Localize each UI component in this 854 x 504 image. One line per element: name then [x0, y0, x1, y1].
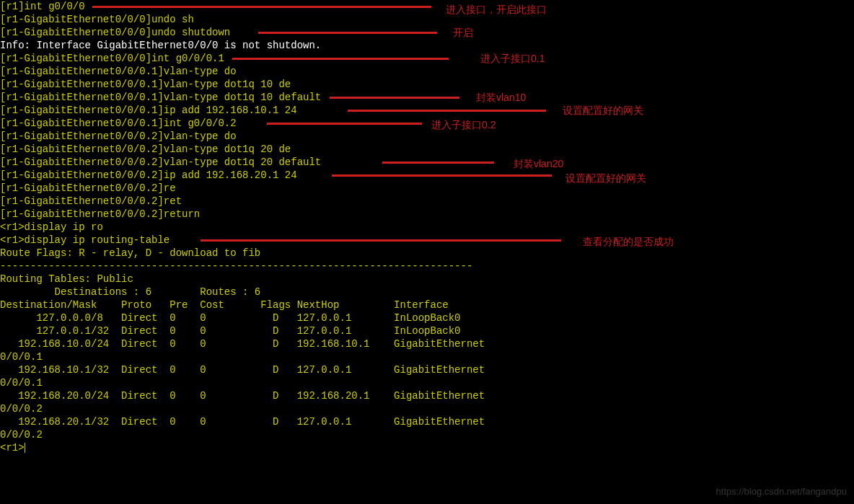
terminal-line: [r1-GigabitEthernet0/0/0.1]vlan-type do — [0, 65, 854, 78]
watermark: https://blog.csdn.net/fangandpu — [716, 485, 847, 498]
terminal-line: Destinations : 6 Routes : 6 — [0, 286, 854, 299]
cursor-icon — [25, 443, 25, 453]
annotation-underline — [201, 239, 561, 242]
terminal-line: ----------------------------------------… — [0, 260, 854, 273]
terminal-line: [r1-GigabitEthernet0/0/0.2]vlan-type do — [0, 130, 854, 143]
annotation-underline — [258, 32, 437, 34]
routing-table-header: Destination/Mask Proto Pre Cost Flags Ne… — [0, 299, 854, 311]
terminal-line: Routing Tables: Public — [0, 273, 854, 286]
annotation-underline — [267, 123, 422, 125]
terminal-prompt[interactable]: <r1> — [0, 441, 854, 454]
terminal-line: [r1-GigabitEthernet0/0/0]undo sh — [0, 13, 854, 26]
annotation-label: 进入子接口0.1 — [480, 52, 545, 65]
routing-table-row: 192.168.10.1/32 Direct 0 0 D 127.0.0.1 G… — [0, 363, 854, 376]
routing-table-row: 192.168.20.1/32 Direct 0 0 D 127.0.0.1 G… — [0, 415, 854, 428]
annotation-underline — [382, 162, 494, 164]
terminal-line: <r1>display ip ro — [0, 221, 854, 234]
annotation-underline — [348, 110, 546, 112]
annotation-underline — [92, 6, 431, 8]
annotation-label: 设置配置好的网关 — [565, 172, 646, 185]
annotation-label: 进入子接口0.2 — [431, 118, 496, 131]
terminal-line: [r1-GigabitEthernet0/0/0.2]re — [0, 182, 854, 195]
annotation-label: 封装vlan20 — [514, 157, 563, 170]
terminal-line: [r1-GigabitEthernet0/0/0.1]vlan-type dot… — [0, 78, 854, 91]
terminal-line: [r1-GigabitEthernet0/0/0.2]return — [0, 208, 854, 221]
terminal-line: [r1-GigabitEthernet0/0/0.2]ret — [0, 195, 854, 208]
routing-table-row: 192.168.20.0/24 Direct 0 0 D 192.168.20.… — [0, 389, 854, 402]
routing-table-row: 0/0/0.2 — [0, 402, 854, 415]
annotation-label: 封装vlan10 — [476, 91, 526, 104]
routing-table-row: 192.168.10.0/24 Direct 0 0 D 192.168.10.… — [0, 337, 854, 350]
annotation-underline — [330, 97, 459, 99]
routing-table-row: 0/0/0.1 — [0, 376, 854, 389]
routing-table-row: 127.0.0.1/32 Direct 0 0 D 127.0.0.1 InLo… — [0, 324, 854, 337]
terminal-line: Route Flags: R - relay, D - download to … — [0, 247, 854, 260]
terminal-line-info: Info: Interface GigabitEthernet0/0/0 is … — [0, 39, 854, 52]
terminal-line: [r1-GigabitEthernet0/0/0.2]vlan-type dot… — [0, 143, 854, 156]
annotation-underline — [232, 58, 449, 60]
annotation-label: 开启 — [453, 26, 473, 39]
routing-table-row: 0/0/0.2 — [0, 428, 854, 441]
annotation-label: 查看分配的是否成功 — [583, 235, 674, 248]
annotation-label: 进入接口，开启此接口 — [446, 3, 547, 16]
annotation-underline — [332, 174, 552, 177]
routing-table-row: 0/0/0.1 — [0, 350, 854, 363]
prompt-text: <r1> — [0, 442, 25, 454]
annotation-label: 设置配置好的网关 — [563, 104, 643, 117]
terminal-line: [r1-GigabitEthernet0/0/0.1]int g0/0/0.2 — [0, 117, 854, 130]
routing-table-row: 127.0.0.0/8 Direct 0 0 D 127.0.0.1 InLoo… — [0, 311, 854, 324]
